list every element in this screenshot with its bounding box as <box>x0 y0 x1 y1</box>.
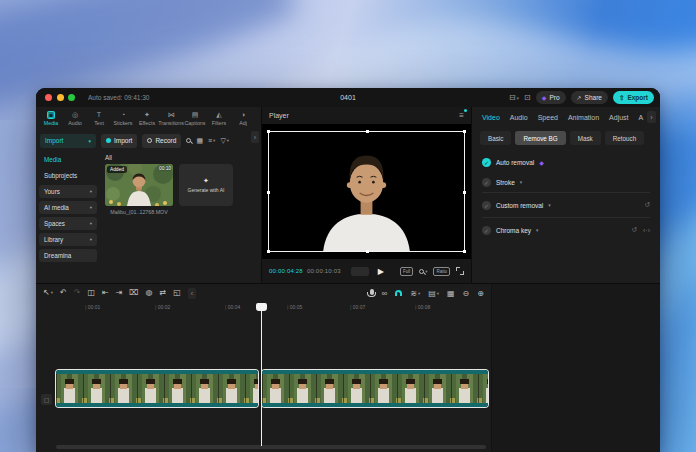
media-tab[interactable]: ◭ Filters <box>207 111 231 126</box>
properties-subtab[interactable]: Basic <box>480 131 511 145</box>
panel-toggle-icon[interactable]: ⊡ <box>524 93 531 102</box>
redo-button[interactable]: ↷ ▾ <box>74 289 81 297</box>
resize-handle[interactable] <box>463 130 466 133</box>
record-button[interactable]: Record <box>142 134 181 148</box>
caption-tool-icon[interactable]: ▤▾ <box>428 289 439 298</box>
properties-tab[interactable]: Audio <box>510 114 528 121</box>
export-label: Export <box>627 94 648 101</box>
chevron-down-icon[interactable]: ▾ <box>548 203 550 208</box>
play-button[interactable]: ▶ <box>378 267 384 276</box>
grid-view-icon[interactable]: ▦ <box>196 137 203 145</box>
properties-tab[interactable]: Speed <box>538 114 558 121</box>
sidebar-item[interactable]: Media ▾ <box>39 153 97 166</box>
share-button[interactable]: ↗ Share <box>571 91 608 104</box>
split-button[interactable]: ◫ ▾ <box>87 289 95 297</box>
media-tab[interactable]: T Text <box>87 111 111 126</box>
chevron-down-icon[interactable]: ▾ <box>536 228 538 233</box>
record-icon <box>147 138 152 143</box>
pro-button[interactable]: ◆ Pro <box>536 91 566 104</box>
auto-ripple-icon[interactable]: ≋▾ <box>410 289 420 298</box>
generate-with-ai-card[interactable]: ✦ Generate with AI <box>179 164 233 206</box>
main-track-toggle[interactable]: ▢ <box>41 394 52 405</box>
sidebar-item[interactable]: Library ▾ <box>39 233 97 246</box>
filter-icon[interactable]: ▽▾ <box>220 137 229 145</box>
delete-button[interactable]: ⌧ ▾ <box>129 289 138 297</box>
resize-handle[interactable] <box>463 250 466 253</box>
reset-icon[interactable]: ↺ <box>631 226 637 234</box>
mask-button[interactable]: ◍ ▾ <box>146 289 153 297</box>
properties-tab[interactable]: Video <box>482 114 500 121</box>
minimize-window-button[interactable] <box>57 94 64 101</box>
zoom-window-button[interactable] <box>68 94 75 101</box>
sidebar-item[interactable]: Subprojects ▾ <box>39 169 97 182</box>
select-tool[interactable]: ↖ ▾ <box>43 289 53 297</box>
tab-overflow-button[interactable]: › <box>647 111 656 123</box>
timeline-clip-right[interactable] <box>262 370 488 407</box>
resize-handle[interactable] <box>267 250 270 253</box>
media-tab[interactable]: ◎ Audio <box>63 111 87 126</box>
option-checkbox[interactable]: ✓ <box>482 178 491 187</box>
media-clip-thumbnail[interactable]: Added 00:10 <box>105 164 173 206</box>
video-selection-frame[interactable] <box>268 131 465 252</box>
import-button[interactable]: Import <box>101 134 137 148</box>
properties-tab[interactable]: Animation <box>568 114 599 121</box>
resize-handle[interactable] <box>463 191 466 194</box>
zoom-level-button[interactable]: ▾ <box>419 269 427 274</box>
resize-handle[interactable] <box>267 191 270 194</box>
chevron-down-icon[interactable]: ▾ <box>520 180 522 185</box>
sort-icon[interactable]: ≡▾ <box>208 137 215 144</box>
timeline-clip-left[interactable] <box>56 370 258 407</box>
media-tab[interactable]: ◑ Adj <box>231 111 255 126</box>
fullscreen-icon[interactable] <box>456 267 464 275</box>
sidebar-item[interactable]: Spaces ▾ <box>39 217 97 230</box>
option-checkbox[interactable]: ✓ <box>482 226 491 235</box>
media-tab-icon: ◔ <box>120 111 126 119</box>
zoom-out-icon[interactable]: ⊖ <box>463 289 470 298</box>
collapse-toolbar-button[interactable]: ‹ <box>188 288 196 299</box>
media-tab[interactable]: ▤ Captions <box>183 111 207 126</box>
properties-subtab[interactable]: Retouch <box>605 131 644 145</box>
timeline-toolbar: ↖ ▾ ↶ ▾ ↷ ▾ <box>36 284 491 302</box>
crop-button[interactable]: ◱ ▾ <box>173 289 181 297</box>
zoom-in-icon[interactable]: ⊕ <box>477 289 484 298</box>
import-dropdown[interactable]: Import ▾ <box>40 134 96 148</box>
properties-tab[interactable]: Adjust <box>609 114 628 121</box>
delete-right-button[interactable]: ⇥ ▾ <box>116 289 123 297</box>
sidebar-item[interactable]: Dreamina ▾ <box>39 249 97 262</box>
close-window-button[interactable] <box>45 94 52 101</box>
preview-quality-icon[interactable]: ▦ <box>447 289 455 298</box>
media-tab[interactable]: ◔ Stickers <box>111 111 135 126</box>
player-menu-icon[interactable]: ≡ <box>459 111 464 120</box>
color-picker-icon[interactable]: ‹·› <box>643 227 650 234</box>
search-icon[interactable] <box>186 138 191 143</box>
tab-overflow-button[interactable]: › <box>251 131 259 143</box>
playhead-handle[interactable] <box>256 303 267 311</box>
transition-button[interactable]: ⇄ ▾ <box>160 289 167 297</box>
clip-filename: Malibu_(01..12768.MOV <box>105 209 173 215</box>
media-tab[interactable]: ✦ Effects <box>135 111 159 126</box>
full-quality-button[interactable]: Full <box>400 267 413 276</box>
ratio-button[interactable]: Ratio <box>433 267 450 276</box>
properties-subtab[interactable]: Mask <box>570 131 601 145</box>
resize-handle[interactable] <box>267 130 270 133</box>
properties-subtab[interactable]: Remove BG <box>515 131 565 145</box>
delete-left-button[interactable]: ⇤ ▾ <box>102 289 109 297</box>
undo-button[interactable]: ↶ ▾ <box>60 289 67 297</box>
magnet-icon[interactable] <box>395 290 402 296</box>
sidebar-item[interactable]: Yours ▾ <box>39 185 97 198</box>
timeline-scrollbar[interactable] <box>56 445 486 449</box>
link-toggle-icon[interactable]: ∞ <box>382 289 388 298</box>
resize-handle[interactable] <box>366 130 369 133</box>
media-tab[interactable]: ⋈ Transitions <box>159 111 183 126</box>
sidebar-item[interactable]: AI media ▾ <box>39 201 97 214</box>
export-button[interactable]: ⇧ Export <box>613 91 654 104</box>
option-checkbox[interactable]: ✓ <box>482 158 491 167</box>
media-tab[interactable]: ▣ Media <box>39 111 63 126</box>
option-checkbox[interactable]: ✓ <box>482 201 491 210</box>
layout-toggle-icon[interactable]: ⊟▾ <box>509 93 519 102</box>
reset-icon[interactable]: ↺ <box>644 201 650 209</box>
resize-handle[interactable] <box>366 250 369 253</box>
properties-tab[interactable]: A <box>639 114 644 121</box>
player-mode-button[interactable] <box>351 267 369 276</box>
mic-icon[interactable] <box>370 289 374 295</box>
